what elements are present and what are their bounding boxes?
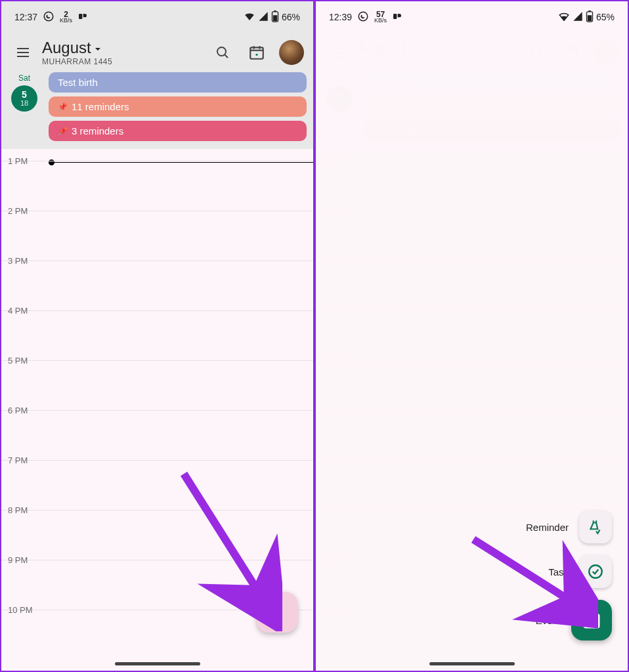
menu-button[interactable] (9, 39, 37, 66)
svg-rect-27 (588, 10, 591, 12)
notif-icon (77, 11, 88, 24)
svg-line-9 (225, 54, 228, 58)
dropdown-icon (94, 39, 102, 57)
svg-point-28 (589, 565, 602, 578)
wifi-icon (244, 10, 255, 24)
svg-rect-33 (592, 621, 596, 625)
month-sublabel: MUHARRAM 1445 (42, 57, 203, 66)
search-button[interactable] (208, 38, 237, 67)
svg-point-0 (44, 12, 53, 21)
svg-rect-24 (393, 14, 397, 19)
network-speed: 57KB/s (374, 11, 387, 24)
hour-label: 5 PM (8, 356, 28, 366)
hour-label: 2 PM (8, 206, 28, 216)
whatsapp-icon (43, 10, 54, 24)
status-bar: 12:37 2KB/s (1, 1, 313, 33)
fab-label: Event (536, 615, 561, 626)
svg-point-14 (255, 54, 257, 56)
status-time: 12:39 (329, 12, 352, 22)
today-button[interactable] (242, 38, 271, 67)
svg-point-23 (358, 12, 368, 21)
status-time: 12:37 (14, 12, 37, 22)
event-item[interactable]: 📌 3 reminders (49, 121, 307, 141)
battery-pct: 66% (282, 12, 300, 22)
battery-icon (271, 10, 279, 24)
hour-label: 8 PM (8, 505, 28, 515)
create-fab-menu: Reminder Task Event (526, 511, 612, 640)
hour-label: 10 PM (8, 605, 33, 615)
notif-icon (392, 11, 402, 24)
event-item[interactable]: Test birth (49, 72, 307, 93)
hour-label: 3 PM (8, 256, 28, 266)
hour-label: 6 PM (8, 406, 28, 415)
hour-label: 7 PM (8, 455, 28, 465)
task-icon (579, 555, 612, 588)
app-topbar: August MUHARRAM 1445 (1, 33, 313, 72)
create-fab[interactable]: + (257, 592, 297, 633)
fab-item-reminder[interactable]: Reminder (526, 511, 612, 543)
event-item[interactable]: 📌 11 reminders (49, 96, 307, 117)
reminder-icon: 📌 (58, 127, 68, 136)
network-speed: 2KB/s (60, 11, 72, 24)
fab-label: Reminder (526, 522, 569, 533)
hour-label: 1 PM (8, 156, 28, 166)
fab-label: Task (548, 566, 569, 578)
wifi-icon (558, 10, 570, 24)
svg-rect-3 (273, 15, 277, 21)
battery-pct: 65% (596, 12, 615, 22)
fab-item-task[interactable]: Task (548, 555, 612, 588)
event-label: 3 reminders (72, 125, 123, 136)
event-label: 11 reminders (72, 101, 129, 112)
plus-icon: + (271, 600, 284, 625)
screenshot-right: August MUHARRAM 1445 Sat 518 Test birth … (314, 1, 628, 671)
signal-icon (573, 11, 583, 24)
screenshot-left: 12:37 2KB/s (1, 1, 314, 671)
day-name: Sat (5, 74, 43, 83)
reminder-icon (579, 511, 612, 543)
all-day-row: Sat 5 18 Test birth 📌 11 reminders (1, 72, 313, 141)
nav-bar (429, 662, 515, 665)
signal-icon (258, 11, 269, 24)
event-icon (571, 600, 612, 640)
event-label: Test birth (58, 77, 98, 88)
status-bar: 12:39 57KB/s (316, 1, 628, 33)
nav-bar (115, 662, 200, 665)
hour-label: 9 PM (8, 555, 28, 565)
svg-rect-10 (250, 47, 263, 58)
svg-rect-26 (588, 15, 592, 21)
month-label: August (42, 39, 91, 57)
svg-rect-1 (79, 14, 82, 19)
month-selector[interactable]: August MUHARRAM 1445 (42, 39, 203, 66)
hour-label: 4 PM (8, 306, 28, 316)
day-badge[interactable]: 5 18 (11, 85, 37, 112)
reminder-icon: 📌 (58, 102, 68, 112)
svg-rect-29 (584, 614, 599, 627)
header-area: 12:37 2KB/s (1, 1, 313, 149)
profile-avatar[interactable] (279, 40, 304, 65)
whatsapp-icon (357, 10, 369, 24)
timeline[interactable]: 1 PM 2 PM 3 PM 4 PM 5 PM 6 PM 7 PM 8 PM … (1, 149, 313, 660)
battery-icon (586, 10, 594, 24)
fab-item-event[interactable]: Event (536, 600, 612, 640)
svg-rect-4 (274, 10, 276, 12)
